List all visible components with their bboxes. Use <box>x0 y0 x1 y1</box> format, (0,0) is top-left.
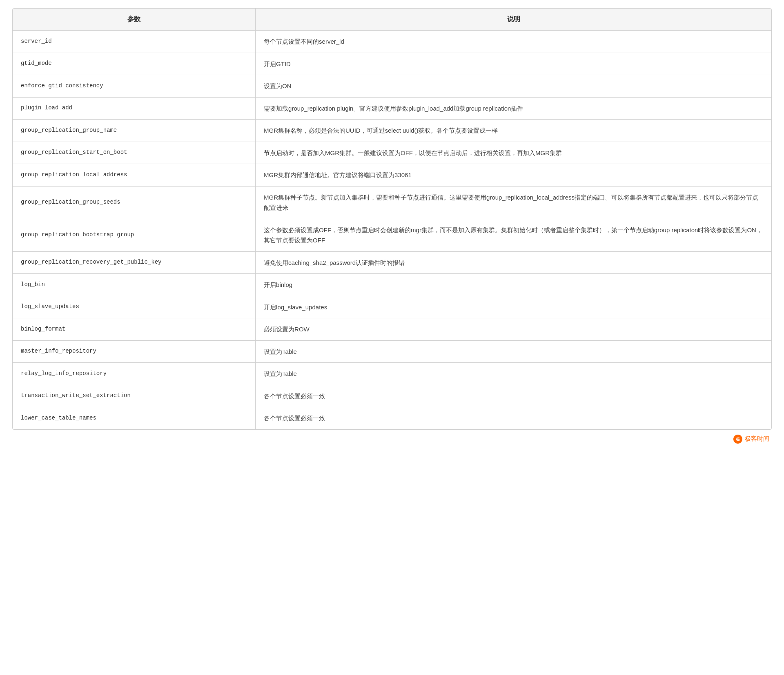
desc-cell: MGR集群名称，必须是合法的UUID，可通过select uuid()获取。各个… <box>256 120 771 142</box>
param-cell: binlog_format <box>13 318 256 341</box>
desc-cell: 各个节点设置必须一致 <box>256 385 771 407</box>
table-row: group_replication_group_nameMGR集群名称，必须是合… <box>13 120 771 142</box>
table-row: group_replication_recovery_get_public_ke… <box>13 251 771 274</box>
param-cell: master_info_repository <box>13 340 256 363</box>
table-row: master_info_repository设置为Table <box>13 340 771 363</box>
param-cell: plugin_load_add <box>13 97 256 120</box>
param-cell: group_replication_group_seeds <box>13 186 256 219</box>
table-row: log_bin开启binlog <box>13 274 771 296</box>
param-cell: group_replication_start_on_boot <box>13 142 256 164</box>
param-cell: group_replication_recovery_get_public_ke… <box>13 251 256 274</box>
brand-name: 极客时间 <box>745 435 769 443</box>
param-cell: server_id <box>13 31 256 53</box>
page-footer: 极 极客时间 <box>8 430 776 449</box>
desc-cell: 开启GTID <box>256 53 771 75</box>
table-row: plugin_load_add需要加载group_replication plu… <box>13 97 771 120</box>
param-cell: group_replication_group_name <box>13 120 256 142</box>
desc-cell: 设置为ON <box>256 75 771 98</box>
param-cell: log_bin <box>13 274 256 296</box>
desc-cell: MGR集群内部通信地址。官方建议将端口设置为33061 <box>256 164 771 187</box>
col-header-desc: 说明 <box>256 9 771 31</box>
table-row: relay_log_info_repository设置为Table <box>13 363 771 385</box>
desc-cell: 开启log_slave_updates <box>256 296 771 318</box>
table-row: gtid_mode开启GTID <box>13 53 771 75</box>
table-row: binlog_format必须设置为ROW <box>13 318 771 341</box>
table-header-row: 参数 说明 <box>13 9 771 31</box>
table-row: group_replication_bootstrap_group这个参数必须设… <box>13 219 771 251</box>
desc-cell: 每个节点设置不同的server_id <box>256 31 771 53</box>
params-table-container: 参数 说明 server_id每个节点设置不同的server_idgtid_mo… <box>12 8 772 430</box>
param-cell: enforce_gtid_consistency <box>13 75 256 98</box>
desc-cell: 各个节点设置必须一致 <box>256 407 771 429</box>
table-row: enforce_gtid_consistency设置为ON <box>13 75 771 98</box>
desc-cell: 设置为Table <box>256 340 771 363</box>
table-row: lower_case_table_names各个节点设置必须一致 <box>13 407 771 429</box>
param-cell: gtid_mode <box>13 53 256 75</box>
desc-cell: 节点启动时，是否加入MGR集群。一般建议设置为OFF，以便在节点启动后，进行相关… <box>256 142 771 164</box>
desc-cell: 设置为Table <box>256 363 771 385</box>
table-row: group_replication_start_on_boot节点启动时，是否加… <box>13 142 771 164</box>
brand-logo: 极 极客时间 <box>733 435 769 444</box>
table-row: group_replication_group_seedsMGR集群种子节点。新… <box>13 186 771 219</box>
table-row: server_id每个节点设置不同的server_id <box>13 31 771 53</box>
desc-cell: 必须设置为ROW <box>256 318 771 341</box>
svg-text:极: 极 <box>735 437 740 442</box>
desc-cell: 开启binlog <box>256 274 771 296</box>
desc-cell: 这个参数必须设置成OFF，否则节点重启时会创建新的mgr集群，而不是加入原有集群… <box>256 219 771 251</box>
param-cell: lower_case_table_names <box>13 407 256 429</box>
desc-cell: MGR集群种子节点。新节点加入集群时，需要和种子节点进行通信。这里需要使用gro… <box>256 186 771 219</box>
table-row: group_replication_local_addressMGR集群内部通信… <box>13 164 771 187</box>
table-row: log_slave_updates开启log_slave_updates <box>13 296 771 318</box>
param-cell: relay_log_info_repository <box>13 363 256 385</box>
desc-cell: 避免使用caching_sha2_password认证插件时的报错 <box>256 251 771 274</box>
param-cell: transaction_write_set_extraction <box>13 385 256 407</box>
desc-cell: 需要加载group_replication plugin。官方建议使用参数plu… <box>256 97 771 120</box>
param-cell: group_replication_bootstrap_group <box>13 219 256 251</box>
table-row: transaction_write_set_extraction各个节点设置必须… <box>13 385 771 407</box>
param-cell: group_replication_local_address <box>13 164 256 187</box>
col-header-param: 参数 <box>13 9 256 31</box>
brand-icon: 极 <box>733 435 742 444</box>
params-table: 参数 说明 server_id每个节点设置不同的server_idgtid_mo… <box>13 9 771 429</box>
param-cell: log_slave_updates <box>13 296 256 318</box>
